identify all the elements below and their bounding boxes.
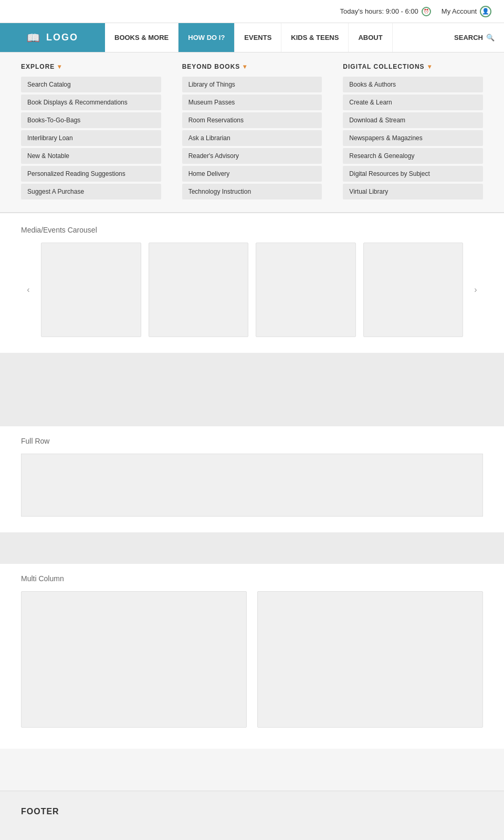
full-row-block bbox=[21, 454, 483, 517]
digital-item-create-learn[interactable]: Create & Learn bbox=[343, 94, 483, 110]
gray-band-1 bbox=[0, 353, 504, 426]
beyond-item-library-things[interactable]: Library of Things bbox=[182, 77, 322, 92]
multi-col-card-1[interactable] bbox=[21, 591, 247, 728]
dropdown-area: EXPLORE ▾ Search Catalog Book Displays &… bbox=[0, 52, 504, 213]
carousel-card-1[interactable] bbox=[41, 243, 141, 337]
top-bar: Today's hours: 9:00 - 6:00 ⏰ My Account … bbox=[0, 0, 504, 23]
explore-item-personalized[interactable]: Personalized Reading Suggestions bbox=[21, 166, 161, 182]
digital-item-virtual-library[interactable]: Virtual Library bbox=[343, 184, 483, 200]
multi-col-card-2[interactable] bbox=[257, 591, 483, 728]
footer: FOOTER bbox=[0, 791, 504, 840]
digital-item-resources-subject[interactable]: Digital Resources by Subject bbox=[343, 166, 483, 182]
explore-item-search-catalog[interactable]: Search Catalog bbox=[21, 77, 161, 92]
footer-gap bbox=[0, 749, 504, 791]
carousel-label: Media/Events Carousel bbox=[21, 226, 483, 234]
carousel-section: Media/Events Carousel ‹ › bbox=[0, 213, 504, 353]
digital-item-newspapers[interactable]: Newspapers & Magazines bbox=[343, 130, 483, 146]
beyond-books-header: BEYOND BOOKS ▾ bbox=[182, 63, 322, 70]
main-content: Media/Events Carousel ‹ › Full Row Multi… bbox=[0, 213, 504, 749]
my-account-button[interactable]: My Account 👤 bbox=[442, 6, 491, 17]
beyond-item-museum-passes[interactable]: Museum Passes bbox=[182, 94, 322, 110]
nav-kids-teens[interactable]: KIDS & TEENS bbox=[281, 23, 349, 52]
nav-search[interactable]: SEARCH 🔍 bbox=[445, 23, 504, 52]
explore-arrow-icon: ▾ bbox=[58, 63, 61, 70]
nav-books-more[interactable]: BOOKS & MORE bbox=[105, 23, 178, 52]
beyond-item-readers-advisory[interactable]: Reader's Advisory bbox=[182, 148, 322, 164]
carousel-card-3[interactable] bbox=[256, 243, 356, 337]
beyond-item-room-reservations[interactable]: Room Reservations bbox=[182, 112, 322, 128]
multi-column-section: Multi Column bbox=[0, 564, 504, 749]
logo[interactable]: 📖 LOGO bbox=[0, 23, 105, 52]
search-icon: 🔍 bbox=[486, 34, 495, 41]
explore-item-suggest[interactable]: Suggest A Purchase bbox=[21, 184, 161, 200]
nav-items: BOOKS & MORE HOW DO I? EVENTS KIDS & TEE… bbox=[105, 23, 504, 52]
footer-content bbox=[21, 816, 483, 840]
beyond-books-arrow-icon: ▾ bbox=[243, 63, 247, 70]
carousel-items bbox=[41, 243, 463, 337]
carousel-next-button[interactable]: › bbox=[468, 282, 483, 297]
digital-item-books-authors[interactable]: Books & Authors bbox=[343, 77, 483, 92]
carousel-wrapper: ‹ › bbox=[21, 243, 483, 337]
nav-bar: 📖 LOGO BOOKS & MORE HOW DO I? EVENTS KID… bbox=[0, 23, 504, 52]
hours-display: Today's hours: 9:00 - 6:00 ⏰ bbox=[340, 7, 431, 16]
digital-item-research[interactable]: Research & Genealogy bbox=[343, 148, 483, 164]
carousel-card-4[interactable] bbox=[363, 243, 464, 337]
full-row-label: Full Row bbox=[21, 437, 483, 445]
nav-how-do-i[interactable]: HOW DO I? bbox=[178, 23, 235, 52]
logo-label: LOGO bbox=[46, 32, 78, 43]
digital-item-download-stream[interactable]: Download & Stream bbox=[343, 112, 483, 128]
clock-icon: ⏰ bbox=[422, 7, 431, 16]
multi-column-label: Multi Column bbox=[21, 574, 483, 583]
explore-header: EXPLORE ▾ bbox=[21, 63, 161, 70]
explore-item-new-notable[interactable]: New & Notable bbox=[21, 148, 161, 164]
multi-column-grid bbox=[21, 591, 483, 728]
beyond-item-ask-librarian[interactable]: Ask a Librarian bbox=[182, 130, 322, 146]
beyond-item-home-delivery[interactable]: Home Delivery bbox=[182, 166, 322, 182]
explore-item-book-displays[interactable]: Book Displays & Recommendations bbox=[21, 94, 161, 110]
gray-band-2 bbox=[0, 532, 504, 564]
hours-text: Today's hours: 9:00 - 6:00 bbox=[340, 7, 418, 15]
beyond-item-technology[interactable]: Technology Instruction bbox=[182, 184, 322, 200]
search-label: SEARCH bbox=[454, 34, 483, 41]
user-icon: 👤 bbox=[480, 6, 491, 17]
account-label: My Account bbox=[442, 7, 477, 15]
footer-label: FOOTER bbox=[21, 807, 483, 816]
digital-collections-header: DIGITAL COLLECTIONS ▾ bbox=[343, 63, 483, 70]
book-icon: 📖 bbox=[27, 32, 41, 44]
nav-about[interactable]: ABOUT bbox=[349, 23, 392, 52]
explore-item-books-to-go[interactable]: Books-To-Go-Bags bbox=[21, 112, 161, 128]
explore-item-interlibrary[interactable]: Interlibrary Loan bbox=[21, 130, 161, 146]
explore-column: EXPLORE ▾ Search Catalog Book Displays &… bbox=[21, 63, 161, 202]
full-row-section: Full Row bbox=[0, 426, 504, 532]
beyond-books-column: BEYOND BOOKS ▾ Library of Things Museum … bbox=[182, 63, 322, 202]
digital-collections-arrow-icon: ▾ bbox=[428, 63, 432, 70]
carousel-prev-button[interactable]: ‹ bbox=[21, 282, 36, 297]
digital-collections-column: DIGITAL COLLECTIONS ▾ Books & Authors Cr… bbox=[343, 63, 483, 202]
nav-events[interactable]: EVENTS bbox=[235, 23, 281, 52]
carousel-card-2[interactable] bbox=[149, 243, 249, 337]
